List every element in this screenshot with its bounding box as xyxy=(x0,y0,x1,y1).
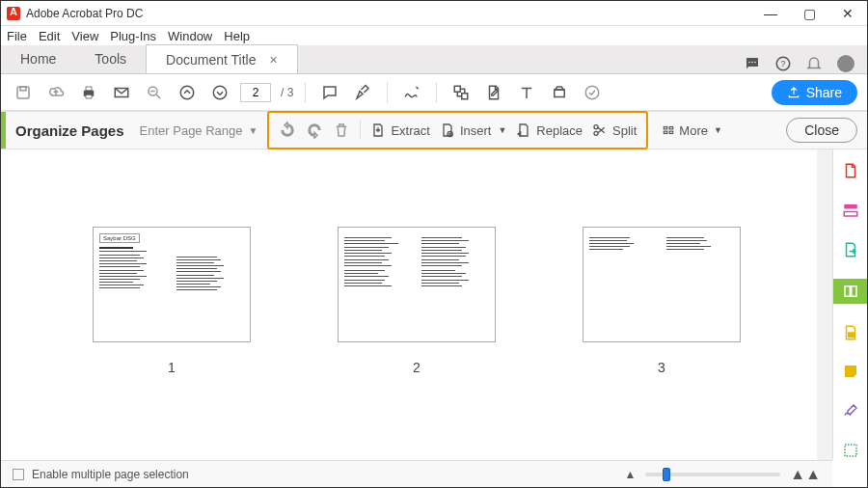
svg-rect-27 xyxy=(844,211,857,216)
highlight-icon[interactable] xyxy=(350,80,375,105)
organize-close-button[interactable]: Close xyxy=(786,118,857,143)
page-up-icon[interactable] xyxy=(175,80,200,105)
convert-icon[interactable] xyxy=(448,80,474,105)
text-icon[interactable] xyxy=(514,80,539,105)
svg-rect-10 xyxy=(86,95,92,98)
cloud-upload-icon[interactable] xyxy=(43,80,68,105)
page-number-input[interactable] xyxy=(240,83,271,102)
svg-point-18 xyxy=(586,86,600,99)
svg-rect-30 xyxy=(848,333,854,338)
menu-view[interactable]: View xyxy=(71,29,98,43)
svg-rect-16 xyxy=(462,93,468,98)
menu-window[interactable]: Window xyxy=(168,29,212,43)
zoom-out-icon[interactable] xyxy=(142,80,167,105)
organize-actions-highlight: Extract Insert▼ Replace Split xyxy=(267,111,648,149)
workspace: Saybar DSG 1 2 3 xyxy=(1,149,832,460)
profile-icon[interactable] xyxy=(836,54,855,73)
organize-pages-toolbar: Organize Pages Enter Page Range ▼ Extrac… xyxy=(1,111,867,149)
fill-sign-icon[interactable] xyxy=(839,401,862,421)
tab-document[interactable]: Document Title × xyxy=(146,44,298,73)
combine-files-icon[interactable] xyxy=(839,201,862,221)
chevron-down-icon[interactable]: ▼ xyxy=(249,125,258,136)
svg-rect-22 xyxy=(665,127,668,129)
enable-multi-checkbox[interactable] xyxy=(13,469,24,480)
chat-icon[interactable] xyxy=(744,55,761,72)
menu-help[interactable]: Help xyxy=(224,29,250,43)
svg-rect-17 xyxy=(555,90,565,97)
rotate-right-button[interactable] xyxy=(306,122,323,139)
page-down-icon[interactable] xyxy=(207,80,232,105)
replace-button[interactable]: Replace xyxy=(516,122,583,138)
split-button[interactable]: Split xyxy=(592,122,637,138)
close-window-button[interactable]: ✕ xyxy=(828,1,867,26)
tab-tools[interactable]: Tools xyxy=(75,44,146,73)
svg-rect-29 xyxy=(851,285,855,296)
mail-icon[interactable] xyxy=(109,80,134,105)
window-title: Adobe Acrobat Pro DC xyxy=(26,7,143,20)
tab-close-icon[interactable]: × xyxy=(269,52,277,68)
more-tools-icon[interactable] xyxy=(839,440,862,460)
footer-bar: Enable multiple page selection ▲ ▲▲ xyxy=(1,460,832,487)
svg-rect-15 xyxy=(455,86,461,92)
enable-multi-label: Enable multiple page selection xyxy=(32,468,189,481)
comment-tool-icon[interactable] xyxy=(839,323,862,343)
svg-point-0 xyxy=(748,62,750,64)
vertical-scrollbar[interactable] xyxy=(817,149,832,460)
right-tool-rail xyxy=(832,149,867,460)
svg-point-14 xyxy=(213,86,227,99)
page-range-dropdown[interactable]: Enter Page Range xyxy=(140,123,243,138)
svg-point-1 xyxy=(751,62,753,64)
svg-point-13 xyxy=(180,86,194,99)
page-thumbnail-2[interactable] xyxy=(338,227,496,342)
tab-home[interactable]: Home xyxy=(1,44,75,73)
help-icon[interactable]: ? xyxy=(774,55,792,72)
bell-icon[interactable] xyxy=(805,55,823,72)
minimize-button[interactable]: — xyxy=(751,1,790,26)
svg-point-20 xyxy=(594,125,598,129)
more-button[interactable]: More▼ xyxy=(662,123,722,138)
extract-button[interactable]: Extract xyxy=(370,122,429,138)
svg-rect-25 xyxy=(669,131,673,133)
share-button[interactable]: Share xyxy=(772,80,857,105)
main-toolbar: / 3 Share xyxy=(1,74,867,111)
sticky-note-icon[interactable] xyxy=(839,362,862,382)
title-bar: Adobe Acrobat Pro DC — ▢ ✕ xyxy=(1,1,867,26)
edit-pdf-icon[interactable] xyxy=(481,80,506,105)
svg-rect-7 xyxy=(20,87,26,91)
menu-file[interactable]: File xyxy=(7,29,27,43)
delete-button[interactable] xyxy=(333,122,350,139)
comment-icon[interactable] xyxy=(317,80,342,105)
insert-button[interactable]: Insert▼ xyxy=(440,122,506,138)
page-thumbnail-3[interactable] xyxy=(583,227,741,342)
maximize-button[interactable]: ▢ xyxy=(790,1,828,26)
page-total-label: / 3 xyxy=(281,86,293,99)
page-number-1: 1 xyxy=(168,360,176,375)
svg-rect-23 xyxy=(669,127,673,129)
page-thumbnail-1[interactable]: Saybar DSG xyxy=(93,227,251,342)
create-pdf-icon[interactable] xyxy=(839,161,862,181)
thumb-large-icon[interactable]: ▲▲ xyxy=(790,466,821,483)
svg-rect-9 xyxy=(86,87,92,91)
page-number-3: 3 xyxy=(658,360,665,375)
organize-pages-icon[interactable] xyxy=(833,279,868,304)
organize-title: Organize Pages xyxy=(6,122,140,139)
check-icon[interactable] xyxy=(580,80,605,105)
sign-icon[interactable] xyxy=(399,80,424,105)
export-pdf-icon[interactable] xyxy=(839,239,862,259)
menu-bar: File Edit View Plug-Ins Window Help xyxy=(1,26,867,45)
fillform-icon[interactable] xyxy=(547,80,572,105)
svg-text:?: ? xyxy=(780,59,785,68)
thumb-small-icon[interactable]: ▲ xyxy=(624,468,636,481)
svg-rect-31 xyxy=(845,445,856,456)
svg-point-2 xyxy=(754,62,756,64)
app-logo-icon xyxy=(7,7,20,20)
svg-rect-24 xyxy=(665,131,668,133)
svg-rect-26 xyxy=(844,204,857,209)
save-icon[interactable] xyxy=(11,80,36,105)
tab-bar: Home Tools Document Title × ? xyxy=(1,45,867,74)
menu-plugins[interactable]: Plug-Ins xyxy=(110,29,156,43)
zoom-slider[interactable] xyxy=(645,473,780,476)
menu-edit[interactable]: Edit xyxy=(39,29,60,43)
print-icon[interactable] xyxy=(76,80,101,105)
rotate-left-button[interactable] xyxy=(279,122,296,139)
